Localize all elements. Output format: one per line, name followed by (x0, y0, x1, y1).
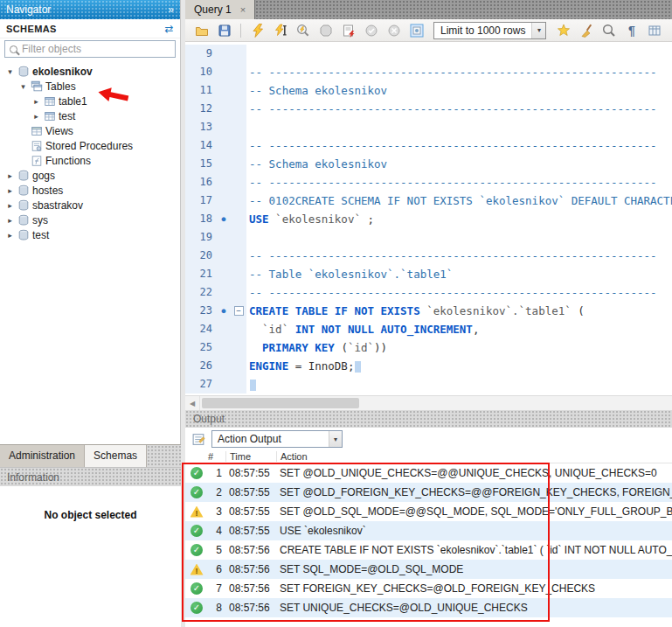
editor-line: 14-- -----------------------------------… (185, 136, 672, 155)
schema-tree: ▾ ekolesnikov ▾ Tables ▸ table1 ▸ test (0, 61, 180, 444)
filter-objects-input[interactable] (22, 43, 162, 55)
output-view-row: Action Output ▾ (185, 428, 672, 450)
find-panel-button[interactable] (599, 21, 618, 39)
tree-item-hostes[interactable]: ▸ hostes (0, 183, 180, 198)
success-icon: ✓ (191, 602, 203, 614)
expand-arrow-icon[interactable]: ▸ (5, 171, 15, 180)
output-row[interactable]: ✓ 1 08:57:55 SET @OLD_UNIQUE_CHECKS=@@UN… (185, 463, 672, 483)
editor-line: 23●−CREATE TABLE IF NOT EXISTS `ekolesni… (185, 302, 672, 320)
expand-arrow-icon[interactable]: ▸ (5, 231, 15, 240)
table-icon (44, 110, 56, 122)
output-row[interactable]: ✓ 5 08:57:56 CREATE TABLE IF NOT EXISTS … (185, 540, 672, 560)
line-number: 23 (185, 302, 217, 320)
navigator-title: Navigator (6, 3, 51, 16)
expand-arrow-icon[interactable]: ▸ (5, 201, 15, 210)
editor-line: 26ENGINE = InnoDB; (185, 357, 672, 375)
toggle-stop-on-error-button[interactable] (339, 21, 357, 39)
information-section-header[interactable]: Information (0, 467, 181, 486)
line-number: 18 (185, 210, 217, 228)
output-row[interactable]: ✓ 7 08:57:56 SET FOREIGN_KEY_CHECKS=@OLD… (185, 579, 672, 598)
tree-item-functions[interactable]: Functions (0, 153, 180, 168)
line-number: 19 (185, 228, 217, 247)
tab-query-1[interactable]: Query 1 × (185, 0, 255, 19)
schema-filter-box[interactable] (4, 40, 176, 58)
success-icon: ✓ (191, 582, 203, 595)
jump-to-list-button[interactable] (645, 21, 663, 39)
execute-script-button[interactable] (248, 21, 267, 39)
tables-icon (31, 80, 43, 93)
tree-item-test-table[interactable]: ▸ test (0, 108, 180, 123)
column-header-time[interactable]: Time (225, 451, 276, 462)
output-row[interactable]: ✓ 8 08:57:56 SET UNIQUE_CHECKS=@OLD_UNIQ… (185, 598, 672, 617)
output-view-selector[interactable]: Action Output ▾ (211, 430, 343, 448)
expand-arrow-icon[interactable]: ▾ (18, 82, 28, 91)
expand-arrow-icon[interactable]: ▸ (31, 112, 41, 121)
editor-line: 18●USE `ekolesnikov` ; (185, 210, 672, 228)
output-section-header[interactable]: Output (185, 410, 672, 428)
toggle-limit-button[interactable] (407, 21, 426, 39)
editor-line: 16-- -----------------------------------… (185, 173, 672, 192)
line-number: 14 (185, 136, 217, 155)
tree-item-sys[interactable]: ▸ sys (0, 212, 180, 227)
success-icon: ✓ (191, 525, 203, 537)
line-number: 10 (185, 63, 217, 81)
refresh-schemas-icon[interactable]: ⇄ (165, 23, 174, 35)
line-number: 25 (185, 338, 217, 357)
sql-editor[interactable]: 9 10-- ---------------------------------… (185, 42, 672, 395)
panel-chevrons-icon[interactable]: » (168, 3, 174, 16)
editor-horizontal-scrollbar[interactable]: ◀ (185, 395, 672, 410)
open-script-button[interactable] (192, 21, 211, 39)
expand-arrow-icon[interactable]: ▾ (5, 67, 15, 76)
rollback-button[interactable] (384, 21, 403, 39)
scroll-left-icon[interactable]: ◀ (185, 396, 200, 410)
editor-line: 24 `id` INT NOT NULL AUTO_INCREMENT, (185, 320, 672, 338)
schema-icon (17, 199, 30, 212)
chevron-down-icon[interactable]: ▾ (329, 431, 342, 447)
close-tab-icon[interactable]: × (240, 4, 246, 15)
limit-rows-dropdown[interactable]: Limit to 1000 rows ▾ (433, 22, 546, 39)
line-number: 26 (185, 357, 217, 375)
tree-item-views[interactable]: Views (0, 123, 180, 138)
warning-icon: ! (191, 564, 204, 575)
success-icon: ✓ (191, 544, 203, 556)
commit-button[interactable] (362, 21, 380, 39)
column-header-action[interactable]: Action (276, 451, 672, 462)
output-panel: Output Action Output ▾ # Time Action ✓ 1… (185, 410, 672, 627)
code-fold-icon[interactable]: − (234, 306, 244, 316)
clear-query-button[interactable] (577, 21, 595, 39)
save-script-button[interactable] (215, 21, 233, 39)
success-icon: ✓ (191, 467, 203, 479)
column-header-num[interactable]: # (208, 451, 225, 462)
tab-administration[interactable]: Administration (0, 445, 85, 467)
limit-rows-value: Limit to 1000 rows (434, 24, 531, 37)
tree-item-sbastrakov[interactable]: ▸ sbastrakov (0, 198, 180, 212)
tab-schemas[interactable]: Schemas (85, 445, 147, 467)
output-row[interactable]: ✓ 2 08:57:55 SET @OLD_FOREIGN_KEY_CHECKS… (185, 483, 672, 502)
views-icon (31, 125, 43, 137)
output-row[interactable]: ! 3 08:57:55 SET @OLD_SQL_MODE=@@SQL_MOD… (185, 502, 672, 521)
invisible-characters-button[interactable]: ¶ (622, 21, 641, 39)
chevron-down-icon[interactable]: ▾ (531, 23, 545, 38)
line-number: 22 (185, 283, 217, 302)
line-number: 21 (185, 265, 217, 283)
explain-plan-button[interactable] (294, 21, 312, 39)
output-row[interactable]: ✓ 4 08:57:55 USE `ekolesnikov` (185, 521, 672, 540)
tree-item-tables[interactable]: ▾ Tables (0, 79, 180, 94)
scrollbar-thumb[interactable] (202, 398, 359, 408)
output-view-value: Action Output (212, 433, 287, 445)
tree-item-table1[interactable]: ▸ table1 (0, 94, 180, 108)
beautify-script-button[interactable] (554, 21, 572, 39)
tree-item-ekolesnikov[interactable]: ▾ ekolesnikov (0, 64, 180, 79)
expand-arrow-icon[interactable]: ▸ (31, 97, 41, 106)
expand-arrow-icon[interactable]: ▸ (5, 186, 15, 195)
editor-line: 15-- Schema ekolesnikov (185, 155, 672, 173)
tree-item-gogs[interactable]: ▸ gogs (0, 168, 180, 183)
tree-item-stored-procedures[interactable]: Stored Procedures (0, 138, 180, 153)
line-number: 13 (185, 118, 217, 136)
expand-arrow-icon[interactable]: ▸ (5, 216, 15, 225)
tree-item-test-schema[interactable]: ▸ test (0, 227, 180, 242)
editor-line: 17-- 0102CREATE SCHEMA IF NOT EXISTS `ek… (185, 192, 672, 210)
stop-execution-button[interactable] (316, 21, 335, 39)
execute-statement-button[interactable] (271, 21, 289, 39)
output-row[interactable]: ! 6 08:57:56 SET SQL_MODE=@OLD_SQL_MODE (185, 560, 672, 579)
